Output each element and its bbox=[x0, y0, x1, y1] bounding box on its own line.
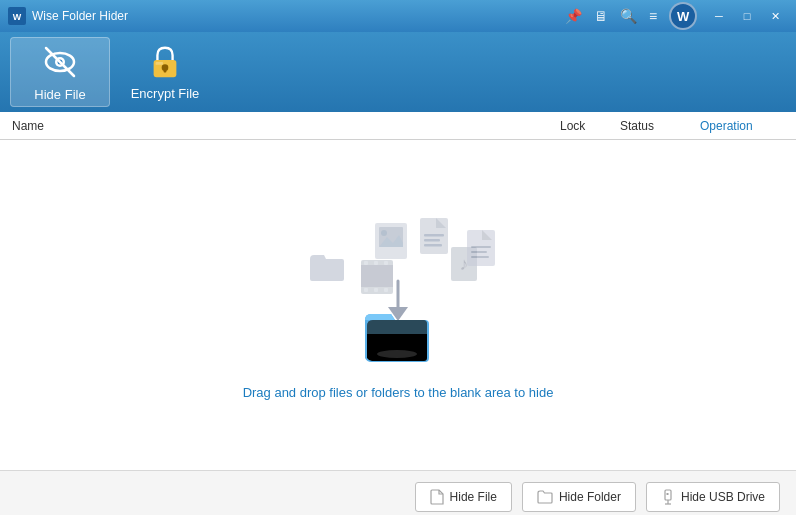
svg-rect-29 bbox=[374, 261, 378, 265]
drop-illustration: ♪ bbox=[298, 211, 498, 371]
titlebar-controls: ─ □ ✕ bbox=[706, 6, 788, 26]
hide-file-button[interactable]: Hide File bbox=[10, 37, 110, 107]
maximize-button[interactable]: □ bbox=[734, 6, 760, 26]
drop-text-highlight: blank area to hide bbox=[450, 385, 553, 400]
search-icon[interactable]: 🔍 bbox=[620, 8, 637, 24]
encrypt-file-button[interactable]: Encrypt File bbox=[115, 37, 215, 107]
svg-rect-9 bbox=[156, 62, 164, 65]
hide-usb-label: Hide USB Drive bbox=[681, 490, 765, 504]
svg-text:W: W bbox=[13, 12, 22, 22]
encrypt-file-icon bbox=[147, 44, 183, 80]
hide-file-icon bbox=[41, 43, 79, 81]
col-name-header: Name bbox=[0, 119, 556, 133]
svg-rect-25 bbox=[471, 256, 489, 258]
svg-rect-23 bbox=[471, 246, 491, 248]
titlebar: W Wise Folder Hider 📌 🖥 🔍 ≡ W ─ □ ✕ bbox=[0, 0, 796, 32]
svg-rect-30 bbox=[384, 261, 388, 265]
main-content: ♪ bbox=[0, 140, 796, 470]
col-status-header: Status bbox=[616, 119, 696, 133]
svg-point-12 bbox=[381, 230, 387, 236]
app-icon: W bbox=[8, 7, 26, 25]
doc-float-icon bbox=[466, 229, 496, 271]
pdf-float-icon bbox=[418, 216, 450, 260]
hide-usb-button[interactable]: Hide USB Drive bbox=[646, 482, 780, 512]
hide-file-bottom-label: Hide File bbox=[450, 490, 497, 504]
drop-text-prefix: Drag and drop files or folders to the bbox=[243, 385, 450, 400]
drop-text: Drag and drop files or folders to the bl… bbox=[243, 385, 554, 400]
table-header: Name Lock Status Operation bbox=[0, 112, 796, 140]
hide-file-label: Hide File bbox=[34, 87, 85, 102]
main-folder-icon bbox=[363, 306, 433, 368]
app-title: Wise Folder Hider bbox=[32, 9, 565, 23]
svg-point-36 bbox=[377, 350, 417, 358]
svg-rect-31 bbox=[364, 288, 368, 292]
file-icon bbox=[430, 489, 444, 505]
svg-rect-16 bbox=[424, 234, 444, 237]
svg-rect-40 bbox=[666, 493, 668, 495]
user-avatar[interactable]: W bbox=[669, 2, 697, 30]
col-lock-header: Lock bbox=[556, 119, 616, 133]
svg-rect-32 bbox=[374, 288, 378, 292]
encrypt-file-label: Encrypt File bbox=[131, 86, 200, 101]
pin-icon[interactable]: 📌 bbox=[565, 8, 582, 24]
folder-float-icon bbox=[308, 251, 346, 287]
hide-file-button-bottom[interactable]: Hide File bbox=[415, 482, 512, 512]
svg-rect-28 bbox=[364, 261, 368, 265]
svg-rect-8 bbox=[164, 67, 167, 72]
titlebar-extras: 📌 🖥 🔍 ≡ bbox=[565, 8, 657, 24]
folder-icon-small bbox=[537, 490, 553, 504]
svg-rect-17 bbox=[424, 239, 440, 242]
close-button[interactable]: ✕ bbox=[762, 6, 788, 26]
svg-rect-24 bbox=[471, 251, 487, 253]
minimize-button[interactable]: ─ bbox=[706, 6, 732, 26]
hide-folder-button[interactable]: Hide Folder bbox=[522, 482, 636, 512]
monitor-icon[interactable]: 🖥 bbox=[594, 8, 608, 24]
svg-rect-18 bbox=[424, 244, 442, 247]
col-operation-header: Operation bbox=[696, 119, 796, 133]
usb-icon bbox=[661, 489, 675, 505]
toolbar: Hide File Encrypt File bbox=[0, 32, 796, 112]
list-icon[interactable]: ≡ bbox=[649, 8, 657, 24]
bottom-bar: Hide File Hide Folder Hide USB Drive bbox=[0, 470, 796, 515]
hide-folder-label: Hide Folder bbox=[559, 490, 621, 504]
